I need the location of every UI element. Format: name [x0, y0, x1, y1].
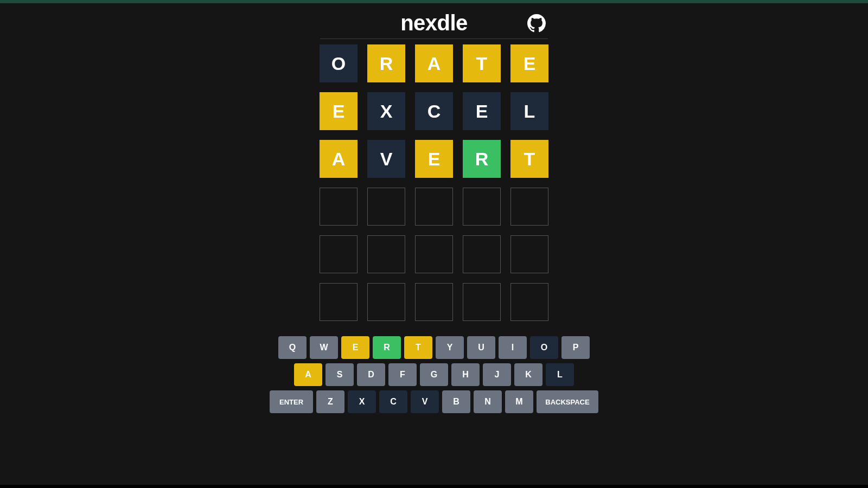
key-t[interactable]: T [404, 336, 432, 359]
tile: O [320, 44, 358, 82]
key-e[interactable]: E [341, 336, 369, 359]
tile [320, 283, 358, 321]
key-s[interactable]: S [326, 363, 354, 386]
board-row [320, 283, 548, 321]
tile: E [320, 92, 358, 130]
key-x[interactable]: X [348, 390, 376, 413]
key-r[interactable]: R [373, 336, 401, 359]
key-f[interactable]: F [388, 363, 417, 386]
tile [415, 188, 453, 226]
tile [415, 235, 453, 273]
board-row [320, 188, 548, 226]
tile [510, 188, 548, 226]
key-m[interactable]: M [505, 390, 533, 413]
tile [367, 188, 405, 226]
tile: A [320, 140, 358, 178]
tile [463, 283, 501, 321]
game-board: ORATEEXCELAVERT [320, 44, 548, 321]
github-link[interactable] [527, 14, 546, 33]
tile: A [415, 44, 453, 82]
tile: E [415, 140, 453, 178]
key-p[interactable]: P [561, 336, 590, 359]
tile: C [415, 92, 453, 130]
key-j[interactable]: J [483, 363, 511, 386]
key-z[interactable]: Z [316, 390, 344, 413]
github-icon [527, 14, 546, 33]
tile [510, 235, 548, 273]
tile: E [510, 44, 548, 82]
tile: R [463, 140, 501, 178]
tile: E [463, 92, 501, 130]
tile [367, 235, 405, 273]
page-title: nexdle [400, 11, 468, 35]
key-h[interactable]: H [451, 363, 480, 386]
board-row: EXCEL [320, 92, 548, 130]
keyboard-row: QWERTYUIOP [278, 336, 590, 359]
header: nexdle [320, 3, 548, 39]
key-i[interactable]: I [499, 336, 527, 359]
key-b[interactable]: B [442, 390, 470, 413]
key-g[interactable]: G [420, 363, 448, 386]
backspace-key[interactable]: BACKSPACE [537, 390, 598, 413]
key-l[interactable]: L [546, 363, 574, 386]
board-row: AVERT [320, 140, 548, 178]
tile: V [367, 140, 405, 178]
key-d[interactable]: D [357, 363, 385, 386]
tile: R [367, 44, 405, 82]
key-k[interactable]: K [514, 363, 542, 386]
key-n[interactable]: N [474, 390, 502, 413]
tile [463, 235, 501, 273]
board-row [320, 235, 548, 273]
key-y[interactable]: Y [436, 336, 464, 359]
key-u[interactable]: U [467, 336, 495, 359]
tile: T [510, 140, 548, 178]
tile [463, 188, 501, 226]
keyboard-row: ASDFGHJKL [294, 363, 574, 386]
tile: L [510, 92, 548, 130]
tile: T [463, 44, 501, 82]
board-row: ORATE [320, 44, 548, 82]
app-stage: nexdle ORATEEXCELAVERT QWERTYUIOPASDFGHJ… [0, 3, 868, 485]
key-a[interactable]: A [294, 363, 322, 386]
tile [367, 283, 405, 321]
key-q[interactable]: Q [278, 336, 307, 359]
tile [320, 188, 358, 226]
keyboard: QWERTYUIOPASDFGHJKLENTERZXCVBNMBACKSPACE [270, 336, 598, 413]
tile [415, 283, 453, 321]
enter-key[interactable]: ENTER [270, 390, 313, 413]
game-container: nexdle ORATEEXCELAVERT QWERTYUIOPASDFGHJ… [320, 3, 548, 485]
tile: X [367, 92, 405, 130]
key-c[interactable]: C [379, 390, 407, 413]
key-v[interactable]: V [411, 390, 439, 413]
key-o[interactable]: O [530, 336, 558, 359]
keyboard-row: ENTERZXCVBNMBACKSPACE [270, 390, 598, 413]
tile [320, 235, 358, 273]
key-w[interactable]: W [310, 336, 338, 359]
tile [510, 283, 548, 321]
